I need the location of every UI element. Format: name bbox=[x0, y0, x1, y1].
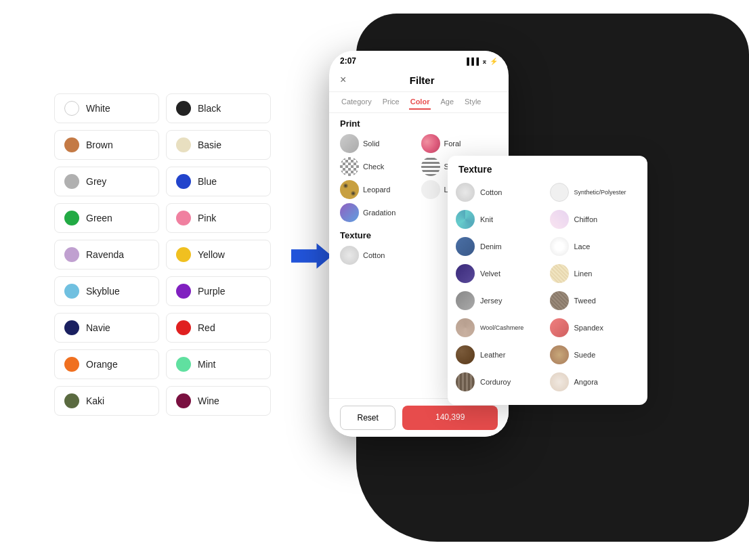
texture-popup-title: Texture bbox=[448, 156, 647, 180]
color-dot-skyblue bbox=[64, 284, 79, 299]
texture-item-suede[interactable]: Suede bbox=[550, 343, 640, 367]
texture-row: VelvetLinen bbox=[456, 261, 639, 286]
color-dot-wine bbox=[176, 393, 191, 408]
texture-icon-knit bbox=[456, 210, 475, 229]
color-item-red[interactable]: Red bbox=[166, 313, 271, 343]
tab-price[interactable]: Price bbox=[381, 95, 401, 110]
texture-item-spandex[interactable]: Spandex bbox=[550, 316, 640, 340]
left-filter-panel: WhiteBlackBrownBasieGreyBlueGreenPinkRav… bbox=[54, 74, 271, 416]
color-item-brown[interactable]: Brown bbox=[54, 130, 159, 160]
color-item-grey[interactable]: Grey bbox=[54, 167, 159, 196]
color-label-grey: Grey bbox=[86, 176, 106, 187]
texture-item-jersey[interactable]: Jersey bbox=[456, 288, 546, 313]
texture-label-suede: Suede bbox=[574, 351, 596, 359]
texture-label-cotton: Cotton bbox=[480, 188, 502, 196]
print-label-leopard: Leopard bbox=[363, 186, 390, 194]
phone-close-button[interactable]: × bbox=[340, 74, 346, 86]
texture-row: Wool/CashmereSpandex bbox=[456, 316, 639, 340]
texture-label-lace: Lace bbox=[574, 242, 591, 251]
color-label-red: Red bbox=[198, 322, 215, 333]
tab-category[interactable]: Category bbox=[340, 95, 373, 110]
texture-icon-cotton bbox=[456, 183, 475, 202]
color-item-orange[interactable]: Orange bbox=[54, 349, 159, 379]
reset-button[interactable]: Reset bbox=[340, 406, 395, 430]
color-label-navie: Navie bbox=[86, 322, 110, 333]
cotton-label: Cotton bbox=[363, 251, 385, 259]
color-item-purple[interactable]: Purple bbox=[166, 276, 271, 306]
texture-icon-synthetic bbox=[550, 183, 569, 202]
color-item-ravenda[interactable]: Ravenda bbox=[54, 240, 159, 270]
texture-label-chiffon: Chiffon bbox=[574, 215, 598, 223]
texture-item-knit[interactable]: Knit bbox=[456, 207, 546, 232]
color-label-green: Green bbox=[86, 213, 112, 223]
color-label-basie: Basie bbox=[198, 139, 221, 150]
color-item-navie[interactable]: Navie bbox=[54, 313, 159, 343]
texture-row: DenimLace bbox=[456, 234, 639, 259]
print-icon-leopard bbox=[340, 180, 359, 199]
color-label-pink: Pink bbox=[198, 213, 216, 223]
color-dot-yellow bbox=[176, 247, 191, 262]
texture-item-cotton[interactable]: Cotton bbox=[456, 180, 546, 204]
color-dot-purple bbox=[176, 284, 191, 299]
color-dot-brown bbox=[64, 137, 79, 152]
texture-item-velvet[interactable]: Velvet bbox=[456, 261, 546, 286]
print-item-check[interactable]: Check bbox=[340, 157, 417, 176]
color-dot-red bbox=[176, 320, 191, 335]
texture-row: LeatherSuede bbox=[456, 343, 639, 367]
texture-item-leather[interactable]: Leather bbox=[456, 343, 546, 367]
color-dot-black bbox=[176, 101, 191, 116]
texture-item-tweed[interactable]: Tweed bbox=[550, 288, 640, 313]
tab-color[interactable]: Color bbox=[409, 95, 431, 110]
print-item-gradation[interactable]: Gradation bbox=[340, 203, 417, 222]
color-item-blue[interactable]: Blue bbox=[166, 167, 271, 196]
texture-icon-leather bbox=[456, 345, 475, 364]
print-item-leopard[interactable]: Leopard bbox=[340, 180, 417, 199]
color-item-pink[interactable]: Pink bbox=[166, 203, 271, 233]
tab-age[interactable]: Age bbox=[439, 95, 455, 110]
texture-cotton-item[interactable]: Cotton bbox=[340, 246, 417, 265]
texture-item-angora[interactable]: Angora bbox=[550, 370, 640, 394]
color-dot-white bbox=[64, 101, 79, 116]
texture-item-lace[interactable]: Lace bbox=[550, 234, 640, 259]
texture-item-woolcash[interactable]: Wool/Cashmere bbox=[456, 316, 546, 340]
color-dot-pink bbox=[176, 211, 191, 225]
color-item-yellow[interactable]: Yellow bbox=[166, 240, 271, 270]
color-item-green[interactable]: Green bbox=[54, 203, 159, 233]
phone-print-section: Print bbox=[329, 113, 509, 131]
texture-label-spandex: Spandex bbox=[574, 324, 603, 332]
print-icon-lettering bbox=[421, 180, 440, 199]
color-item-wine[interactable]: Wine bbox=[166, 386, 271, 416]
texture-item-corduroy[interactable]: Corduroy bbox=[456, 370, 546, 394]
texture-row: CottonSynthetic/Polyester bbox=[456, 180, 639, 204]
tab-style[interactable]: Style bbox=[463, 95, 482, 110]
close-button[interactable] bbox=[54, 66, 70, 83]
battery-icon: ⚡ bbox=[490, 58, 498, 65]
texture-icon-velvet bbox=[456, 264, 475, 283]
texture-label-angora: Angora bbox=[574, 378, 598, 386]
texture-icon-angora bbox=[550, 372, 569, 391]
texture-item-chiffon[interactable]: Chiffon bbox=[550, 207, 640, 232]
texture-icon-corduroy bbox=[456, 372, 475, 391]
color-item-kaki[interactable]: Kaki bbox=[54, 386, 159, 416]
color-item-mint[interactable]: Mint bbox=[166, 349, 271, 379]
print-item-floral[interactable]: Foral bbox=[421, 134, 498, 153]
color-item-skyblue[interactable]: Skyblue bbox=[54, 276, 159, 306]
apply-button[interactable]: 140,399 bbox=[402, 406, 498, 430]
color-item-black[interactable]: Black bbox=[166, 93, 271, 123]
color-label-mint: Mint bbox=[198, 359, 215, 370]
texture-item-linen[interactable]: Linen bbox=[550, 261, 640, 286]
cotton-icon bbox=[340, 246, 359, 265]
texture-label-denim: Denim bbox=[480, 242, 502, 251]
color-dot-ravenda bbox=[64, 247, 79, 262]
texture-item-denim[interactable]: Denim bbox=[456, 234, 546, 259]
texture-icon-chiffon bbox=[550, 210, 569, 229]
texture-item-synthetic[interactable]: Synthetic/Polyester bbox=[550, 180, 640, 204]
color-item-basie[interactable]: Basie bbox=[166, 130, 271, 160]
texture-label-velvet: Velvet bbox=[480, 270, 500, 278]
print-item-solid[interactable]: Solid bbox=[340, 134, 417, 153]
print-icon-stripe bbox=[421, 157, 440, 176]
color-item-white[interactable]: White bbox=[54, 93, 159, 123]
texture-popup: Texture CottonSynthetic/PolyesterKnitChi… bbox=[448, 156, 647, 405]
color-label-black: Black bbox=[198, 103, 221, 114]
print-icon-check bbox=[340, 157, 359, 176]
